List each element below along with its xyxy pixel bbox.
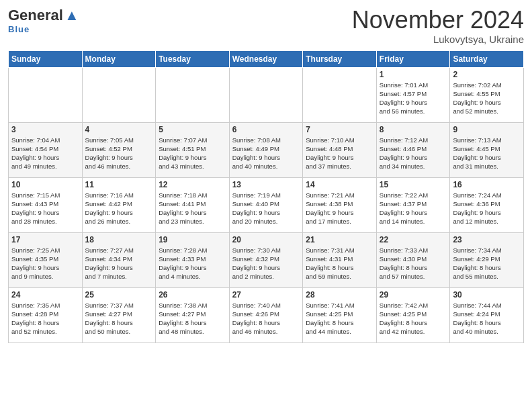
- table-row: 8Sunrise: 7:12 AM Sunset: 4:46 PM Daylig…: [376, 122, 450, 177]
- day-number: 20: [232, 235, 300, 244]
- day-info: Sunrise: 7:13 AM Sunset: 4:45 PM Dayligh…: [453, 136, 521, 171]
- table-row: 24Sunrise: 7:35 AM Sunset: 4:28 PM Dayli…: [9, 287, 83, 342]
- day-info: Sunrise: 7:07 AM Sunset: 4:51 PM Dayligh…: [159, 136, 226, 171]
- day-info: Sunrise: 7:27 AM Sunset: 4:34 PM Dayligh…: [85, 246, 153, 281]
- location: Lukovytsya, Ukraine: [352, 34, 524, 45]
- table-row: 2Sunrise: 7:02 AM Sunset: 4:55 PM Daylig…: [450, 67, 524, 122]
- day-number: 27: [232, 290, 300, 300]
- day-number: 16: [453, 180, 521, 189]
- table-row: 20Sunrise: 7:30 AM Sunset: 4:32 PM Dayli…: [229, 232, 303, 287]
- day-info: Sunrise: 7:15 AM Sunset: 4:43 PM Dayligh…: [11, 191, 79, 226]
- day-number: 3: [11, 125, 79, 134]
- table-row: 23Sunrise: 7:34 AM Sunset: 4:29 PM Dayli…: [450, 232, 524, 287]
- table-row: 29Sunrise: 7:42 AM Sunset: 4:25 PM Dayli…: [376, 287, 450, 342]
- col-wednesday: Wednesday: [229, 50, 303, 67]
- week-row-3: 10Sunrise: 7:15 AM Sunset: 4:43 PM Dayli…: [9, 177, 524, 232]
- logo-line: General ▲: [8, 7, 79, 24]
- day-info: Sunrise: 7:34 AM Sunset: 4:29 PM Dayligh…: [453, 246, 521, 281]
- table-row: 5Sunrise: 7:07 AM Sunset: 4:51 PM Daylig…: [156, 122, 230, 177]
- day-info: Sunrise: 7:05 AM Sunset: 4:52 PM Dayligh…: [85, 136, 153, 171]
- day-info: Sunrise: 7:31 AM Sunset: 4:31 PM Dayligh…: [306, 246, 373, 281]
- table-row: 7Sunrise: 7:10 AM Sunset: 4:48 PM Daylig…: [303, 122, 377, 177]
- col-sunday: Sunday: [9, 50, 83, 67]
- table-row: 14Sunrise: 7:21 AM Sunset: 4:38 PM Dayli…: [303, 177, 377, 232]
- table-row: 13Sunrise: 7:19 AM Sunset: 4:40 PM Dayli…: [229, 177, 303, 232]
- logo-underline-text: Blue: [8, 24, 30, 34]
- table-row: 22Sunrise: 7:33 AM Sunset: 4:30 PM Dayli…: [376, 232, 450, 287]
- calendar-table: Sunday Monday Tuesday Wednesday Thursday…: [8, 50, 524, 343]
- table-row: 1Sunrise: 7:01 AM Sunset: 4:57 PM Daylig…: [376, 67, 450, 122]
- day-number: 1: [380, 70, 447, 79]
- day-number: 23: [453, 235, 521, 244]
- table-row: 19Sunrise: 7:28 AM Sunset: 4:33 PM Dayli…: [156, 232, 230, 287]
- day-number: 21: [306, 235, 373, 244]
- day-info: Sunrise: 7:18 AM Sunset: 4:41 PM Dayligh…: [159, 191, 226, 226]
- week-row-2: 3Sunrise: 7:04 AM Sunset: 4:54 PM Daylig…: [9, 122, 524, 177]
- day-number: 12: [159, 180, 226, 189]
- table-row: 15Sunrise: 7:22 AM Sunset: 4:37 PM Dayli…: [376, 177, 450, 232]
- day-number: 25: [85, 290, 153, 300]
- day-info: Sunrise: 7:04 AM Sunset: 4:54 PM Dayligh…: [11, 136, 79, 171]
- day-number: 28: [306, 290, 373, 300]
- day-info: Sunrise: 7:01 AM Sunset: 4:57 PM Dayligh…: [380, 81, 447, 116]
- table-row: 9Sunrise: 7:13 AM Sunset: 4:45 PM Daylig…: [450, 122, 524, 177]
- logo: General ▲ Blue: [8, 7, 79, 34]
- col-friday: Friday: [376, 50, 450, 67]
- table-row: 30Sunrise: 7:44 AM Sunset: 4:24 PM Dayli…: [450, 287, 524, 342]
- month-title: November 2024: [352, 7, 524, 34]
- table-row: 27Sunrise: 7:40 AM Sunset: 4:26 PM Dayli…: [229, 287, 303, 342]
- table-row: 26Sunrise: 7:38 AM Sunset: 4:27 PM Dayli…: [156, 287, 230, 342]
- day-info: Sunrise: 7:41 AM Sunset: 4:25 PM Dayligh…: [306, 301, 373, 336]
- col-saturday: Saturday: [450, 50, 524, 67]
- day-number: 30: [453, 290, 521, 300]
- calendar-header-row: Sunday Monday Tuesday Wednesday Thursday…: [9, 50, 524, 67]
- day-number: 8: [380, 125, 447, 134]
- table-row: [9, 67, 83, 122]
- day-number: 6: [232, 125, 300, 134]
- day-number: 10: [11, 180, 79, 189]
- table-row: [156, 67, 230, 122]
- table-row: 18Sunrise: 7:27 AM Sunset: 4:34 PM Dayli…: [82, 232, 156, 287]
- day-info: Sunrise: 7:35 AM Sunset: 4:28 PM Dayligh…: [11, 301, 79, 336]
- day-info: Sunrise: 7:19 AM Sunset: 4:40 PM Dayligh…: [232, 191, 300, 226]
- week-row-4: 17Sunrise: 7:25 AM Sunset: 4:35 PM Dayli…: [9, 232, 524, 287]
- logo-blue-text: ▲: [64, 7, 79, 24]
- table-row: 21Sunrise: 7:31 AM Sunset: 4:31 PM Dayli…: [303, 232, 377, 287]
- page-container: General ▲ Blue November 2024 Lukovytsya,…: [0, 0, 532, 349]
- day-info: Sunrise: 7:30 AM Sunset: 4:32 PM Dayligh…: [232, 246, 300, 281]
- day-info: Sunrise: 7:42 AM Sunset: 4:25 PM Dayligh…: [380, 301, 447, 336]
- day-number: 9: [453, 125, 521, 134]
- title-block: November 2024 Lukovytsya, Ukraine: [352, 7, 524, 45]
- table-row: [303, 67, 377, 122]
- day-info: Sunrise: 7:22 AM Sunset: 4:37 PM Dayligh…: [380, 191, 447, 226]
- day-info: Sunrise: 7:24 AM Sunset: 4:36 PM Dayligh…: [453, 191, 521, 226]
- day-number: 7: [306, 125, 373, 134]
- day-number: 22: [380, 235, 447, 244]
- day-number: 15: [380, 180, 447, 189]
- day-info: Sunrise: 7:02 AM Sunset: 4:55 PM Dayligh…: [453, 81, 521, 116]
- table-row: 25Sunrise: 7:37 AM Sunset: 4:27 PM Dayli…: [82, 287, 156, 342]
- day-info: Sunrise: 7:37 AM Sunset: 4:27 PM Dayligh…: [85, 301, 153, 336]
- day-info: Sunrise: 7:25 AM Sunset: 4:35 PM Dayligh…: [11, 246, 79, 281]
- day-info: Sunrise: 7:33 AM Sunset: 4:30 PM Dayligh…: [380, 246, 447, 281]
- table-row: 3Sunrise: 7:04 AM Sunset: 4:54 PM Daylig…: [9, 122, 83, 177]
- day-number: 13: [232, 180, 300, 189]
- day-info: Sunrise: 7:08 AM Sunset: 4:49 PM Dayligh…: [232, 136, 300, 171]
- day-info: Sunrise: 7:16 AM Sunset: 4:42 PM Dayligh…: [85, 191, 153, 226]
- col-tuesday: Tuesday: [156, 50, 230, 67]
- day-number: 18: [85, 235, 153, 244]
- week-row-1: 1Sunrise: 7:01 AM Sunset: 4:57 PM Daylig…: [9, 67, 524, 122]
- day-info: Sunrise: 7:40 AM Sunset: 4:26 PM Dayligh…: [232, 301, 300, 336]
- day-number: 5: [159, 125, 226, 134]
- day-info: Sunrise: 7:10 AM Sunset: 4:48 PM Dayligh…: [306, 136, 373, 171]
- logo-general-text: General: [8, 7, 63, 24]
- day-number: 2: [453, 70, 521, 79]
- header: General ▲ Blue November 2024 Lukovytsya,…: [8, 7, 524, 45]
- day-info: Sunrise: 7:28 AM Sunset: 4:33 PM Dayligh…: [159, 246, 226, 281]
- table-row: [229, 67, 303, 122]
- day-number: 24: [11, 290, 79, 300]
- col-monday: Monday: [82, 50, 156, 67]
- day-info: Sunrise: 7:38 AM Sunset: 4:27 PM Dayligh…: [159, 301, 226, 336]
- col-thursday: Thursday: [303, 50, 377, 67]
- day-number: 4: [85, 125, 153, 134]
